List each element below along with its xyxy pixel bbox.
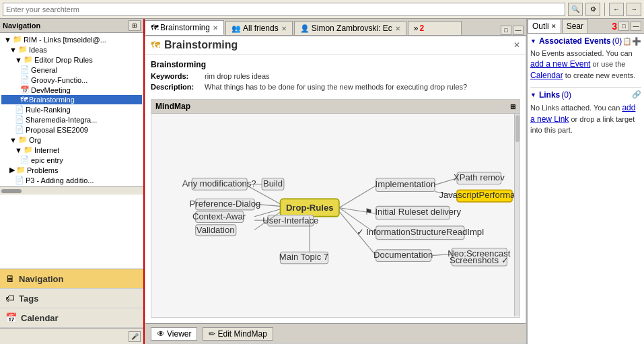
sidebar-bottom-bar: 🎤 [0,328,143,344]
tree-item-epic[interactable]: 📄 epic entry [1,155,142,165]
svg-text:Context-Awar: Context-Awar [192,211,246,221]
sidebar-title: Navigation [3,22,129,30]
navigation-icon: 🖥 [5,273,15,284]
calendar-link[interactable]: Calendar [530,71,563,80]
right-tab-outli[interactable]: Outli ✕ [528,19,561,33]
tree-label: Proposal ESE2009 [26,126,88,134]
content-close-button[interactable]: ✕ [513,40,520,50]
tab-overflow[interactable]: » 2 [408,21,462,35]
maximize-button[interactable]: □ [501,26,511,35]
forward-button[interactable]: → [627,3,641,16]
tab-close-simon[interactable]: ✕ [395,25,400,32]
tree-label: Groovy-Functio... [31,76,87,84]
folder-icon: ▼ [4,36,11,44]
tree-item-proposal[interactable]: 📄 Proposal ESE2009 [1,125,142,135]
search-button[interactable]: 🔍 [568,3,583,16]
mindmap-scrollbar[interactable] [514,114,520,316]
viewer-icon: 👁 [157,329,165,339]
person-tab-icon: 👤 [300,24,310,33]
svg-text:User-Interface: User-Interface [262,215,318,226]
right-panel-minimize[interactable]: — [631,22,641,31]
tab-brainstorming[interactable]: 🗺 Brainstorming ✕ [145,20,224,35]
tree-item-p3[interactable]: 📄 P3 - Adding additio... [1,175,142,185]
search-input[interactable] [3,3,565,16]
events-section-text: No Events associated. You can add a new … [530,48,641,81]
right-tab-sear[interactable]: Sear [562,19,588,33]
sidebar-scrollbar[interactable] [0,186,143,195]
events-add-icon[interactable]: ➕ [632,37,641,46]
sidebar-mic-button[interactable]: 🎤 [129,331,141,342]
tree-item-org[interactable]: ▼ 📁 Org [1,135,142,145]
folder-icon: ▼ [15,146,22,154]
svg-text:XPath remov: XPath remov [454,172,505,182]
tree-item-rule-ranking[interactable]: 📄 Rule-Ranking [1,104,142,114]
center-node-label: Drop-Rules [286,203,334,213]
tree-item-rim-links[interactable]: ▼ 📁 RIM - Links [tmseidel@... [1,34,142,44]
tab-bar: 🗺 Brainstorming ✕ 👥 All friends ✕ 👤 Simo… [145,19,526,36]
tab-close-friends[interactable]: ✕ [281,25,287,32]
tree-item-sharemedia[interactable]: 📄 Sharemedia-Integra... [1,114,142,125]
content-body: Brainstorming Keywords: rim drop rules i… [145,55,526,323]
events-section-header[interactable]: ▼ Associated Events (0) 📋 ➕ [530,36,641,46]
cal-icon: 📅 [20,85,30,94]
tree-label: Ideas [29,46,47,54]
right-panel-content: ▼ Associated Events (0) 📋 ➕ No Events as… [528,34,644,344]
description-value: What things has to be done for using the… [205,83,467,91]
outli-tab-close[interactable]: ✕ [551,23,557,30]
viewer-tab[interactable]: 👁 Viewer [151,327,197,341]
tree-label: Rule-Ranking [26,106,71,114]
events-section: ▼ Associated Events (0) 📋 ➕ No Events as… [530,36,641,81]
tree-label: Editor Drop Rules [34,56,93,64]
friends-tab-icon: 👥 [231,24,241,33]
sidebar-tab-tags[interactable]: 🏷 Tags [0,289,143,308]
links-section-header[interactable]: ▼ Links (0) 🔗 [530,90,641,100]
right-panel-maximize[interactable]: □ [618,22,629,31]
tree-item-editor-drop-rules[interactable]: ▼ 📁 Editor Drop Rules [1,55,142,65]
right-panel: Outli ✕ Sear 3 □ — ▼ Associated Events (… [526,19,644,344]
sidebar-header-btn[interactable]: ⊞ [129,20,141,31]
page-title: Brainstorming [164,39,513,51]
tree-label: Brainstorming [29,96,75,104]
tab-simon[interactable]: 👤 Simon Zambrovski: Ec ✕ [294,21,406,35]
tab-brainstorming-label: Brainstorming [160,23,210,32]
name-label: Brainstorming [151,60,206,69]
tree-label: P3 - Adding additio... [26,176,94,184]
svg-line-1 [339,186,376,208]
events-icon: 📋 [622,37,632,46]
mindmap-svg: Drop-Rules Implementation XPath remov [151,114,520,316]
toolbar: 🔍 ⚙ ← → [0,0,644,19]
sidebar: Navigation ⊞ ▼ 📁 RIM - Links [tmseidel@.… [0,19,145,344]
doc-icon: 📄 [20,75,30,84]
tree-label: Problems [27,166,58,174]
toolbar-separator [604,3,605,16]
tree-item-ideas[interactable]: ▼ 📁 Ideas [1,44,142,55]
doc-icon: 📄 [15,115,24,124]
tree-item-devmeeting[interactable]: 📅 DevMeeting [1,85,142,95]
tab-overflow-label: » [414,24,419,33]
back-button[interactable]: ← [609,3,624,16]
content-bottom-tabs: 👁 Viewer ✏ Edit MindMap [145,323,526,343]
edit-mindmap-icon: ✏ [209,329,215,339]
add-new-event-link[interactable]: add a new Event [530,59,590,69]
folder-open-icon: 📁 [13,35,22,44]
settings-button[interactable]: ⚙ [585,3,600,16]
edit-mindmap-label: Edit MindMap [217,329,266,339]
tree-item-problems[interactable]: ▶ 📁 Problems [1,165,142,175]
tree-item-brainstorming[interactable]: 🗺 Brainstorming [1,95,142,104]
tree-container: ▼ 📁 RIM - Links [tmseidel@... ▼ 📁 Ideas … [0,33,143,186]
svg-text:Screenshots ✓: Screenshots ✓ [450,255,509,265]
tab-all-friends[interactable]: 👥 All friends ✕ [225,21,293,35]
minimize-button[interactable]: — [513,26,524,35]
svg-text:Documentation: Documentation [373,250,433,260]
tab-close-brainstorming[interactable]: ✕ [213,24,218,32]
mindmap-expand-button[interactable]: ⊞ [510,103,515,110]
sidebar-tab-navigation[interactable]: 🖥 Navigation [0,269,143,289]
description-field-row: Description: What things has to be done … [151,83,520,91]
edit-mindmap-tab[interactable]: ✏ Edit MindMap [203,327,273,341]
tree-item-groovy[interactable]: 📄 Groovy-Functio... [1,75,142,85]
sidebar-tab-calendar[interactable]: 📅 Calendar [0,308,143,328]
tree-item-internet[interactable]: ▼ 📁 Internet [1,145,142,155]
tree-item-general[interactable]: 📄 General [1,65,142,75]
tab-all-friends-label: All friends [243,24,279,33]
add-new-link-link[interactable]: add a new Link [530,103,635,124]
